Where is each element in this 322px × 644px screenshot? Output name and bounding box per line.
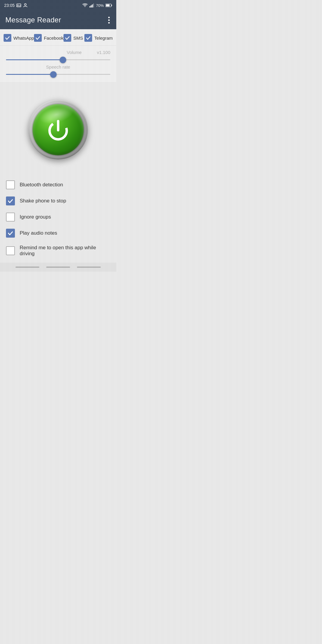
telegram-label: Telegram [94, 35, 113, 41]
recents-nav-item[interactable] [77, 267, 101, 268]
bluetooth-label: Bluetooth detection [20, 182, 63, 188]
groups-checkbox[interactable] [6, 213, 15, 222]
menu-dot-1 [108, 17, 110, 18]
time-display: 23:05 [4, 3, 15, 8]
audio-label: Play audio notes [20, 230, 57, 236]
power-button-inner [32, 104, 84, 155]
power-icon [45, 116, 72, 143]
option-row-shake: Shake phone to stop [6, 196, 110, 205]
speech-rate-slider[interactable] [6, 74, 110, 75]
app-title: Message Reader [5, 16, 61, 24]
bottom-nav-bar [0, 263, 116, 272]
check-icon [35, 35, 40, 40]
check-icon [8, 198, 13, 204]
option-row-remind: Remind me to open this app while driving [6, 245, 110, 257]
status-bar: 23:05 70% [0, 0, 116, 11]
power-toggle-button[interactable] [28, 100, 88, 160]
person-icon [23, 3, 28, 7]
svg-rect-5 [92, 4, 93, 7]
facebook-checkbox[interactable] [34, 34, 42, 42]
apps-row: WhatsApp Facebook SMS T [0, 29, 116, 46]
bluetooth-checkbox[interactable] [6, 180, 15, 189]
status-indicators: 70% [82, 3, 112, 8]
check-icon [86, 35, 91, 40]
signal-icon [89, 3, 94, 7]
speech-rate-label: Speech rate [6, 64, 110, 69]
app-bar: Message Reader [0, 11, 116, 29]
svg-rect-4 [91, 5, 92, 7]
facebook-label: Facebook [44, 35, 64, 41]
whatsapp-checkbox[interactable] [4, 34, 11, 42]
back-nav-item[interactable] [16, 267, 39, 268]
volume-label: Volume [51, 50, 97, 55]
power-button-area [0, 82, 116, 174]
remind-checkbox[interactable] [6, 246, 15, 255]
sliders-section: Volume v1.100 Speech rate [0, 46, 116, 82]
option-row-groups: Ignore groups [6, 213, 110, 222]
volume-slider[interactable] [6, 59, 110, 60]
menu-dot-3 [108, 22, 110, 24]
svg-rect-6 [93, 4, 94, 7]
speech-rate-slider-row: Speech rate [6, 64, 110, 76]
sms-checkbox[interactable] [64, 34, 71, 42]
shake-label: Shake phone to stop [20, 198, 66, 204]
check-icon [8, 230, 13, 236]
menu-dot-2 [108, 19, 110, 21]
svg-rect-8 [112, 5, 112, 6]
svg-rect-0 [17, 4, 21, 7]
svg-rect-3 [89, 6, 90, 7]
sms-label: SMS [73, 35, 83, 41]
app-item-telegram: Telegram [84, 34, 113, 42]
version-text: v1.100 [97, 50, 110, 55]
whatsapp-label: WhatsApp [13, 35, 34, 41]
option-row-audio: Play audio notes [6, 229, 110, 238]
main-content: WhatsApp Facebook SMS T [0, 29, 116, 263]
audio-checkbox[interactable] [6, 229, 15, 238]
battery-display: 70% [96, 3, 104, 8]
groups-label: Ignore groups [20, 214, 51, 220]
battery-icon [106, 4, 112, 7]
telegram-checkbox[interactable] [84, 34, 92, 42]
volume-slider-row: Volume v1.100 [6, 50, 110, 61]
check-icon [5, 35, 10, 40]
status-time: 23:05 [4, 3, 28, 8]
app-item-whatsapp: WhatsApp [4, 34, 34, 42]
remind-label: Remind me to open this app while driving [20, 245, 110, 257]
app-item-facebook: Facebook [34, 34, 64, 42]
svg-point-2 [24, 4, 26, 5]
svg-rect-9 [106, 4, 110, 7]
image-icon [16, 3, 21, 7]
home-nav-item[interactable] [46, 267, 70, 268]
app-item-sms: SMS [64, 34, 84, 42]
overflow-menu-button[interactable] [107, 16, 111, 25]
option-row-bluetooth: Bluetooth detection [6, 180, 110, 189]
shake-checkbox[interactable] [6, 196, 15, 205]
check-icon [65, 35, 70, 40]
wifi-icon [82, 3, 88, 7]
bottom-options: Bluetooth detection Shake phone to stop … [0, 174, 116, 263]
